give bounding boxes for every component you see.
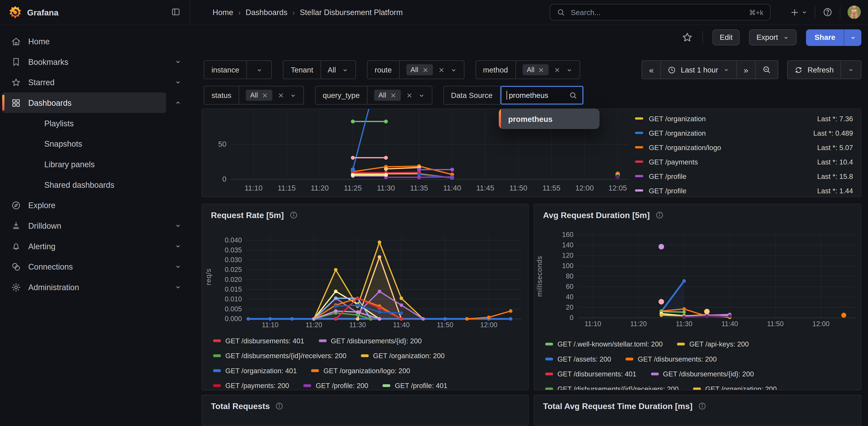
legend-item[interactable]: GET /payments: 200	[213, 382, 289, 390]
chevron-down-icon[interactable]	[289, 92, 297, 99]
legend-item[interactable]: GET /disbursements/{id}: 200	[651, 370, 754, 378]
chevron-down-icon[interactable]	[450, 66, 457, 73]
remove-icon[interactable]	[422, 67, 428, 73]
time-back-button[interactable]: «	[642, 61, 661, 79]
clear-all-icon[interactable]	[438, 67, 444, 73]
legend-item[interactable]: GET /organization: 200	[361, 352, 444, 360]
sidebar-item-connections[interactable]: Connections	[2, 256, 166, 277]
chevron-down-icon[interactable]	[566, 66, 573, 73]
legend-item[interactable]: GET /organization: 200	[693, 385, 777, 390]
chevron-down-icon[interactable]	[175, 58, 182, 65]
sidebar-item-starred[interactable]: Starred	[2, 72, 166, 93]
export-button[interactable]: Export	[749, 29, 797, 45]
panel-request-rate[interactable]: Request Rate [5m] 11:1011:2011:3011:4011…	[202, 204, 529, 390]
filter-chip[interactable]: All	[522, 64, 549, 75]
sidebar-item-administration[interactable]: Administration	[2, 277, 166, 297]
sidebar-item-bookmarks[interactable]: Bookmarks	[2, 52, 166, 72]
chevron-down-icon[interactable]	[175, 222, 182, 229]
filter-chip[interactable]: All	[406, 64, 433, 75]
panel-avg-duration[interactable]: Avg Request Duration [5m] 11:1011:2011:3…	[534, 204, 861, 390]
clear-all-icon[interactable]	[406, 92, 412, 98]
sidebar-toggle-icon[interactable]	[171, 7, 180, 17]
sidebar-item-dashboards[interactable]: Dashboards	[2, 92, 166, 113]
sidebar-item-alerting[interactable]: Alerting	[2, 236, 166, 256]
add-button[interactable]	[790, 7, 808, 17]
legend-item[interactable]: GET /paymentsLast *: 10.4	[632, 154, 857, 169]
sidebar-item-playlists[interactable]: Playlists	[2, 113, 166, 133]
chevron-down-icon[interactable]	[175, 242, 182, 250]
legend-item[interactable]: GET /profileLast *: 15.8	[632, 169, 857, 183]
remove-icon[interactable]	[262, 92, 268, 98]
filter-value[interactable]: All	[516, 61, 580, 79]
filter-value[interactable]: All	[239, 87, 304, 104]
series-color-marker	[383, 384, 391, 387]
info-icon[interactable]	[275, 402, 283, 410]
legend-item[interactable]: GET /organizationLast *: 0.489	[632, 126, 857, 140]
legend-item[interactable]: GET /disbursements: 200	[626, 355, 717, 363]
share-button[interactable]: Share	[806, 29, 844, 45]
clear-all-icon[interactable]	[554, 67, 560, 73]
breadcrumb-home[interactable]: Home	[213, 8, 233, 17]
remove-icon[interactable]	[538, 67, 545, 73]
refresh-interval-button[interactable]	[841, 61, 861, 79]
breadcrumb-stellar-disbursement-platform: Stellar Disbursement Platform	[300, 8, 403, 17]
legend-item[interactable]: GET /profile: 401	[383, 382, 447, 390]
chevron-down-icon[interactable]	[341, 66, 349, 73]
filter-value[interactable]	[247, 61, 272, 79]
chevron-down-icon[interactable]	[255, 66, 263, 73]
user-avatar[interactable]	[847, 5, 861, 19]
sidebar-item-shared-dashboards[interactable]: Shared dashboards	[2, 175, 166, 195]
legend-item[interactable]: GET /disbursements/{id}/receivers: 200	[213, 352, 346, 360]
filter-chip[interactable]: All	[374, 90, 401, 101]
sidebar-item-drilldown[interactable]: Drilldown	[2, 215, 166, 236]
legend-item[interactable]: GET /disbursements/{id}: 200	[319, 337, 422, 345]
remove-icon[interactable]	[390, 92, 396, 98]
legend-item[interactable]: GET /organization: 401	[213, 367, 297, 375]
star-dashboard-icon[interactable]	[682, 32, 693, 43]
panel-total-requests[interactable]: Total Requests	[202, 395, 529, 426]
grafana-logo-icon[interactable]	[9, 6, 22, 19]
zoom-out-button[interactable]	[755, 61, 777, 79]
sidebar-item-explore[interactable]: Explore	[2, 195, 166, 216]
sidebar-item-home[interactable]: Home	[2, 31, 166, 52]
sidebar-item-snapshots[interactable]: Snapshots	[2, 133, 166, 154]
sidebar-item-library-panels[interactable]: Library panels	[2, 154, 166, 175]
filter-value[interactable]: All	[368, 87, 432, 104]
filter-chip[interactable]: All	[246, 90, 272, 101]
legend-item[interactable]: GET /assets: 200	[545, 355, 611, 363]
share-options-button[interactable]	[844, 29, 862, 45]
legend-item[interactable]: GET /disbursements/{id}/receivers: 200	[545, 385, 679, 390]
panel-total-avg-duration[interactable]: Total Avg Request Time Duration [ms]	[534, 395, 861, 426]
help-icon[interactable]	[823, 7, 833, 17]
breadcrumb-dashboards[interactable]: Dashboards	[246, 8, 287, 17]
legend-item[interactable]: GET /disbursements: 401	[213, 337, 304, 345]
chevron-down-icon[interactable]	[175, 79, 182, 86]
info-icon[interactable]	[698, 402, 706, 410]
legend-item[interactable]: GET /organizationLast *: 7.36	[632, 111, 857, 126]
search-input[interactable]	[569, 7, 744, 17]
dropdown-option-prometheus[interactable]: prometheus	[501, 109, 560, 129]
legend-item[interactable]: GET /.well-known/stellar.toml: 200	[545, 340, 663, 348]
search-bar[interactable]: ⌘+k	[550, 4, 771, 20]
legend-item[interactable]: GET /profile: 200	[304, 382, 368, 390]
chevron-up-icon[interactable]	[175, 99, 182, 106]
svg-text:11:30: 11:30	[377, 184, 395, 192]
time-range-picker[interactable]: Last 1 hour	[661, 61, 737, 79]
series-name: GET /disbursements/{id}: 200	[331, 337, 422, 345]
time-forward-button[interactable]: »	[737, 61, 755, 79]
chevron-down-icon[interactable]	[175, 263, 182, 270]
svg-text:12:00: 12:00	[812, 320, 830, 328]
filter-value[interactable]: All	[321, 61, 355, 79]
edit-button[interactable]: Edit	[712, 29, 740, 45]
legend-item[interactable]: GET /organization/logo: 200	[311, 367, 410, 375]
legend-item[interactable]: GET /api-keys: 200	[677, 340, 749, 348]
chevron-down-icon[interactable]	[418, 92, 425, 99]
filter-value[interactable]: All	[399, 61, 464, 79]
legend-item[interactable]: GET /profileLast *: 1.44	[632, 183, 857, 197]
legend-item[interactable]: GET /disbursements: 401	[545, 370, 637, 378]
chevron-down-icon[interactable]	[175, 283, 182, 291]
clear-all-icon[interactable]	[278, 92, 284, 98]
refresh-button[interactable]: Refresh	[787, 61, 841, 79]
legend-item[interactable]: GET /organization/logoLast *: 5.07	[632, 140, 857, 154]
datasource-input[interactable]: prometheus	[500, 86, 583, 105]
